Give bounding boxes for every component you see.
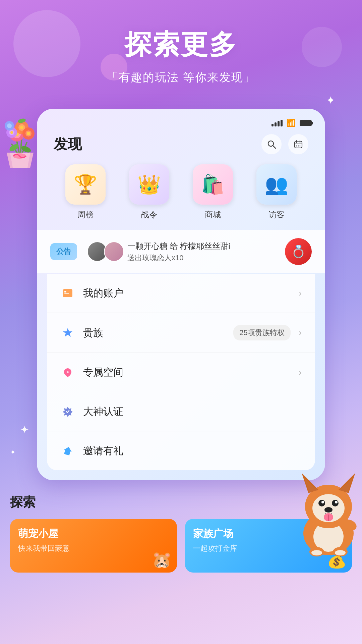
menu-item-space[interactable]: 专属空间 › — [47, 353, 315, 392]
wifi-icon: 📶 — [287, 119, 296, 127]
svg-point-33 — [332, 500, 339, 506]
menu-item-master[interactable]: 大神认证 — [47, 392, 315, 431]
signal-bar-2 — [275, 122, 277, 126]
shop-label: 商城 — [205, 209, 221, 220]
announce-tag: 公告 — [50, 243, 77, 260]
pet-card-sub: 快来我带回豪意 — [18, 543, 169, 553]
svg-point-11 — [20, 126, 23, 129]
announce-sub-text: 送出玫瑰恋人x10 — [127, 252, 278, 263]
svg-point-19 — [7, 123, 12, 128]
noble-icon — [60, 325, 75, 340]
quick-item-visitor[interactable]: 👥 访客 — [256, 164, 297, 220]
menu-item-noble[interactable]: 贵族 25项贵族特权 › — [47, 313, 315, 353]
quick-item-shop[interactable]: 🛍️ 商城 — [193, 164, 233, 220]
battery-icon — [300, 120, 312, 126]
explore-card-pet[interactable]: 萌宠小屋 快来我带回豪意 🐹 — [10, 519, 177, 573]
svg-point-36 — [324, 507, 333, 513]
nav-icons — [261, 134, 308, 154]
announce-text: 一颗开心糖 给 柠檬耶丝丝甜i 送出玫瑰恋人x10 — [127, 240, 278, 263]
svg-rect-54 — [64, 291, 66, 292]
announce-avatars — [87, 241, 121, 262]
svg-point-35 — [335, 501, 338, 503]
signal-bar-1 — [272, 124, 274, 126]
svg-point-51 — [298, 146, 299, 147]
pet-card-icon: 🐹 — [152, 550, 172, 569]
svg-point-41 — [311, 550, 322, 555]
svg-rect-55 — [64, 293, 69, 294]
announce-main-text: 一颗开心糖 给 柠檬耶丝丝甜i — [127, 240, 278, 252]
menu-item-account[interactable]: 我的账户 › — [47, 274, 315, 313]
menu-item-invite[interactable]: 邀请有礼 — [47, 431, 315, 470]
battle-icon: 👑 — [129, 164, 169, 205]
battle-label: 战令 — [141, 209, 157, 220]
svg-rect-46 — [295, 141, 302, 148]
announcement-bar[interactable]: 公告 一颗开心糖 给 柠檬耶丝丝甜i 送出玫瑰恋人x10 💍 — [37, 230, 325, 273]
sparkle-star-3: ✦ — [20, 423, 29, 436]
svg-point-14 — [27, 132, 30, 135]
svg-point-42 — [335, 550, 346, 555]
signal-bar-4 — [281, 120, 283, 126]
corgi-decoration — [288, 470, 362, 564]
noble-arrow: › — [299, 327, 302, 338]
shop-icon: 🛍️ — [193, 164, 233, 205]
space-icon — [60, 365, 75, 380]
master-label: 大神认证 — [83, 405, 302, 419]
space-arrow: › — [299, 367, 302, 378]
invite-icon — [60, 443, 75, 458]
header-section: 探索更多 「有趣的玩法 等你来发现」 — [0, 0, 362, 95]
space-label: 专属空间 — [83, 366, 291, 379]
account-icon — [60, 286, 75, 301]
svg-point-50 — [296, 146, 297, 147]
pet-card-title: 萌宠小屋 — [18, 527, 169, 541]
svg-point-52 — [300, 146, 301, 147]
signal-bar-3 — [278, 121, 280, 126]
visitor-icon: 👥 — [256, 164, 297, 205]
sparkle-star-1: ✦ — [326, 94, 335, 107]
weekly-icon: 🏆 — [65, 164, 106, 205]
menu-list: 我的账户 › 贵族 25项贵族特权 › 专属空间 › 大神认证 — [47, 274, 315, 470]
search-button[interactable] — [261, 134, 282, 154]
quick-menu: 🏆 周榜 👑 战令 🛍️ 商城 👥 访客 — [47, 161, 315, 230]
account-label: 我的账户 — [83, 286, 291, 300]
svg-point-34 — [321, 501, 324, 503]
page-subtitle: 「有趣的玩法 等你来发现」 — [0, 70, 362, 85]
weekly-label: 周榜 — [77, 209, 94, 220]
svg-point-17 — [10, 131, 13, 134]
status-bar: 📶 — [47, 119, 315, 131]
svg-point-32 — [318, 500, 325, 506]
nav-bar: 发现 — [47, 131, 315, 161]
invite-label: 邀请有礼 — [83, 444, 302, 458]
noble-label: 贵族 — [83, 326, 225, 340]
calendar-button[interactable] — [288, 134, 308, 154]
nav-title: 发现 — [54, 135, 82, 154]
account-arrow: › — [299, 288, 302, 299]
quick-item-battle[interactable]: 👑 战令 — [129, 164, 169, 220]
master-icon — [60, 404, 75, 419]
sparkle-star-4: ✦ — [10, 448, 16, 456]
phone-frame: 📶 发现 — [37, 109, 325, 480]
announce-gift-icon: 💍 — [285, 238, 312, 265]
page-title: 探索更多 — [0, 27, 362, 63]
quick-item-weekly[interactable]: 🏆 周榜 — [65, 164, 106, 220]
svg-line-45 — [273, 146, 276, 148]
flower-decoration — [0, 97, 57, 174]
noble-badge: 25项贵族特权 — [233, 325, 290, 340]
signal-icon — [272, 120, 283, 126]
visitor-label: 访客 — [268, 209, 285, 220]
avatar-2 — [104, 241, 124, 262]
